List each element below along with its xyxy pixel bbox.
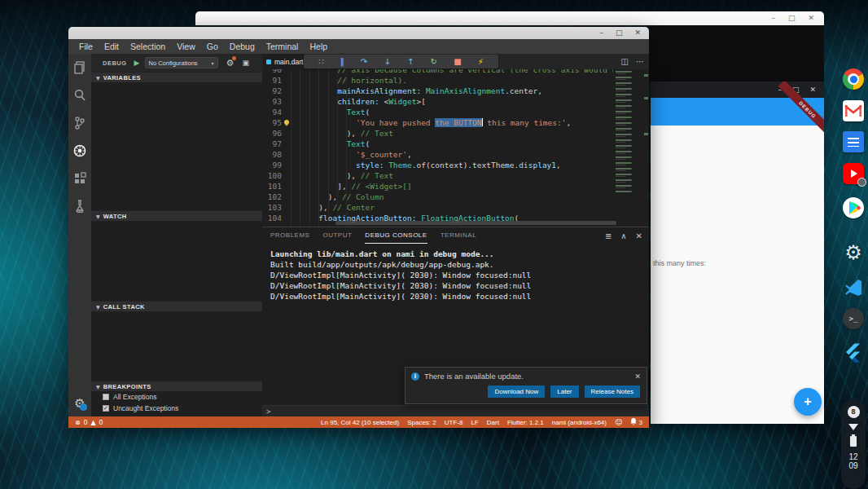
minimize-icon[interactable]: – [771,15,775,22]
maximize-icon[interactable]: □ [616,29,623,37]
menu-debug[interactable]: Debug [224,42,261,51]
panel-tab-debug-console[interactable]: DEBUG CONSOLE [365,227,427,244]
menu-help[interactable]: Help [304,42,333,51]
status-item[interactable]: Spaces: 2 [407,419,436,426]
problems-status[interactable]: ⊗ 0 ▲ 0 [75,418,103,426]
release-notes-button[interactable]: Release Notes [585,385,640,398]
feedback-smiley-icon[interactable]: ☺ [615,418,622,426]
status-item[interactable]: Ln 95, Col 42 (10 selected) [321,419,399,426]
menu-selection[interactable]: Selection [125,42,171,51]
test-beaker-icon[interactable] [72,199,87,214]
debug-console-toggle-icon[interactable]: ▣ [242,59,249,67]
tab-main-dart[interactable]: main.dart [262,54,305,69]
menu-file[interactable]: File [73,42,99,51]
code-editor[interactable]: 90 // axis because Columns are vertical … [262,69,649,227]
google-play-icon[interactable] [843,197,864,218]
extensions-icon[interactable] [72,171,87,186]
code-line[interactable]: 101 ], // <Widget>[] [262,181,649,192]
code-line[interactable]: 98 '$_counter', [262,149,649,160]
debug-console-output[interactable]: Launching lib/main.dart on nami in debug… [270,249,644,302]
code-line[interactable]: 103 ), // Center [262,202,649,213]
checkbox-unchecked-icon[interactable] [103,394,109,400]
debug-icon[interactable] [72,143,87,158]
source-control-icon[interactable] [72,116,87,130]
horizontal-scrollbar[interactable] [335,221,616,225]
flutter-icon[interactable] [843,342,864,363]
code-line[interactable]: 100 ), // Text [262,170,649,181]
menu-edit[interactable]: Edit [99,42,125,51]
maximize-panel-icon[interactable]: ∧ [620,231,626,240]
split-editor-icon[interactable]: ◫ [621,57,629,66]
chrome-icon[interactable] [843,68,864,90]
checkbox-checked-icon[interactable]: ✓ [103,405,109,412]
panel-tab-output[interactable]: OUTPUT [322,227,352,244]
lightbulb-icon[interactable] [284,120,289,125]
code-line[interactable]: 96 ), // Text [262,128,649,139]
stop-icon[interactable]: ■ [454,55,461,68]
download-now-button[interactable]: Download Now [488,385,545,398]
close-icon[interactable]: ✕ [634,29,641,37]
code-line[interactable]: 95 'You have pushed the BUTTON this many… [262,117,649,128]
gutter [282,69,291,75]
youtube-icon[interactable] [843,163,864,184]
breakpoint-item[interactable]: All Exceptions [91,391,262,403]
settings-icon[interactable]: ⚙ [843,242,864,263]
debug-console-input[interactable]: > [262,405,649,416]
status-item[interactable]: Flutter: 1.2.1 [507,419,544,426]
panel-tab-terminal[interactable]: TERMINAL [441,227,476,244]
close-icon[interactable]: ✕ [809,86,816,94]
gmail-icon[interactable] [843,100,864,121]
system-tray[interactable]: 8 12 09 [841,399,866,489]
google-docs-icon[interactable] [843,131,864,152]
step-into-icon[interactable]: ↓ [384,55,390,68]
menu-view[interactable]: View [171,42,201,51]
explorer-icon[interactable] [72,60,87,75]
step-out-icon[interactable]: ↑ [407,55,414,68]
later-button[interactable]: Later [550,385,578,398]
code-line[interactable]: 91 // horizontal). [262,75,649,86]
hot-reload-icon[interactable]: ⚡ [478,55,484,68]
line-number: 104 [262,213,282,223]
code-line[interactable]: 90 // axis because Columns are vertical … [262,69,649,75]
maximize-icon[interactable]: □ [788,15,796,22]
minimap[interactable] [613,69,643,200]
section-breakpoints[interactable]: ▼BREAKPOINTS All Exceptions✓Uncaught Exc… [91,381,262,416]
line-number: 101 [262,181,282,192]
status-item[interactable]: Dart [487,419,499,426]
panel-tab-problems[interactable]: PROBLEMS [270,227,309,244]
vscode-icon[interactable] [843,277,864,298]
code-line[interactable]: 93 children: <Widget>[ [262,96,649,107]
notifications-bell[interactable]: 3 [630,418,642,426]
breakpoint-item[interactable]: ✓Uncaught Exceptions [91,403,262,414]
close-panel-icon[interactable]: ✕ [636,231,642,240]
debug-config-dropdown[interactable]: No Configurations ▾ [145,57,218,68]
section-call-stack[interactable]: ▼CALL STACK [91,301,262,381]
pause-icon[interactable]: ‖ [340,55,344,68]
menu-terminal[interactable]: Terminal [261,42,305,51]
code-line[interactable]: 97 Text( [262,139,649,149]
terminal-icon[interactable]: >_ [843,308,864,329]
code-line[interactable]: 92 mainAxisAlignment: MainAxisAlignment.… [262,86,649,96]
output-filter-icon[interactable]: ≣ [605,231,612,240]
more-actions-icon[interactable]: ⋯ [636,57,644,66]
close-icon[interactable]: ✕ [808,15,814,22]
configure-gear-icon[interactable]: ⚙ [226,58,235,68]
minimize-icon[interactable]: – [599,29,603,37]
menu-go[interactable]: Go [201,42,224,51]
increment-fab-button[interactable]: + [794,388,822,416]
close-icon[interactable]: ✕ [634,372,641,381]
start-debug-icon[interactable]: ▶ [134,59,140,67]
code-line[interactable]: 102 ), // Column [262,192,649,202]
code-text: Text( [291,139,649,149]
status-item[interactable]: UTF-8 [445,419,463,426]
section-variables[interactable]: ▼VARIABLES [91,72,262,210]
restart-icon[interactable]: ↻ [431,55,437,68]
search-icon[interactable] [72,88,87,103]
section-watch[interactable]: ▼WATCH [91,210,262,301]
step-over-icon[interactable]: ↷ [361,55,367,68]
code-line[interactable]: 94 Text( [262,107,649,117]
drag-grip-icon[interactable]: ∷ [318,55,323,68]
status-item[interactable]: nami (android-x64) [552,419,607,426]
status-item[interactable]: LF [471,419,478,426]
code-line[interactable]: 99 style: Theme.of(context).textTheme.di… [262,160,649,170]
